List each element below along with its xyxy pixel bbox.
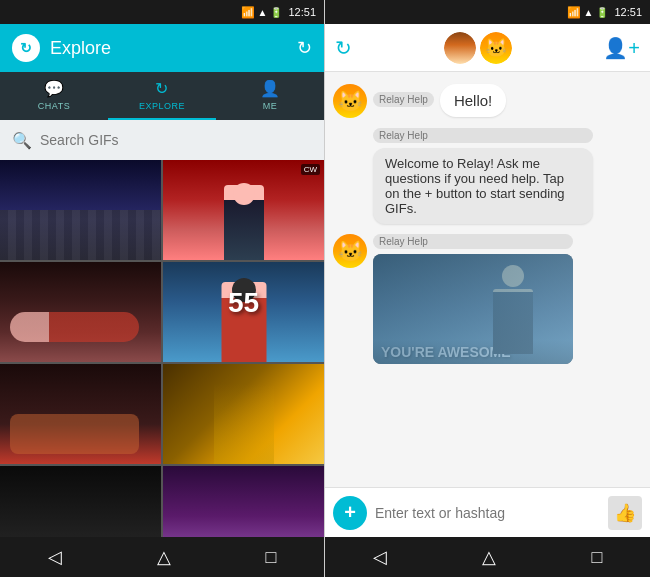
gif-cell-3[interactable] — [0, 262, 161, 362]
wifi-icon-right: ▲ — [584, 7, 594, 18]
avatar-cat: 🐱 — [480, 32, 512, 64]
thumbs-up-icon: 👍 — [614, 502, 636, 524]
gif-cell-1[interactable] — [0, 160, 161, 260]
tabs-bar: 💬 CHATS ↻ EXPLORE 👤 ME — [0, 72, 324, 120]
human-avatar-img — [444, 32, 476, 64]
chat-avatars: 🐱 — [360, 32, 595, 64]
gif-cell-2[interactable]: CW — [163, 160, 324, 260]
cat-avatar-img: 🐱 — [480, 32, 512, 64]
status-icons-right: 📶 ▲ 🔋 12:51 — [567, 6, 642, 19]
status-bar-right: 📶 ▲ 🔋 12:51 — [325, 0, 650, 24]
message-content-3: Relay Help YOU'RE AWESOME — [373, 234, 573, 364]
top-bar-left: ↻ Explore ↻ — [0, 24, 324, 72]
sender-tag-3: Relay Help — [373, 234, 573, 249]
me-label: ME — [263, 101, 278, 111]
gif-grid: CW 55 — [0, 160, 324, 537]
chat-messages: 🐱 Relay Help Hello! Relay Help Welcome t… — [325, 72, 650, 487]
chat-refresh-icon[interactable]: ↻ — [335, 36, 352, 60]
cw-badge: CW — [301, 164, 320, 175]
gif-cell-6[interactable] — [163, 364, 324, 464]
home-button-left[interactable]: △ — [157, 546, 171, 568]
battery-icon: 🔋 — [270, 7, 282, 18]
wifi-icon: ▲ — [258, 7, 268, 18]
gif-cell-4[interactable]: 55 — [163, 262, 324, 362]
plus-button[interactable]: + — [333, 496, 367, 530]
message-content-1: Relay Help Hello! — [373, 84, 506, 117]
bottom-nav-left: ◁ △ □ — [0, 537, 324, 577]
gif-cell-8[interactable] — [163, 466, 324, 537]
relay-avatar-3: 🐱 — [333, 234, 367, 268]
message-content-2: Relay Help Welcome to Relay! Ask me ques… — [373, 128, 593, 224]
time-display-left: 12:51 — [288, 6, 316, 18]
signal-icon: 📶 — [241, 6, 255, 19]
gif-message: YOU'RE AWESOME — [373, 254, 573, 364]
avatar-human — [444, 32, 476, 64]
add-user-icon[interactable]: 👤+ — [603, 36, 640, 60]
recent-button-left[interactable]: □ — [266, 547, 277, 568]
explore-icon: ↻ — [155, 79, 169, 98]
chat-input-bar: + 👍 — [325, 487, 650, 537]
search-input[interactable] — [40, 132, 312, 148]
recent-button-right[interactable]: □ — [591, 547, 602, 568]
message-row-2: Relay Help Welcome to Relay! Ask me ques… — [333, 128, 642, 224]
back-button-left[interactable]: ◁ — [48, 546, 62, 568]
status-bar-left: 📶 ▲ 🔋 12:51 — [0, 0, 324, 24]
gif-cell-5[interactable] — [0, 364, 161, 464]
time-display-right: 12:51 — [614, 6, 642, 18]
app-logo: ↻ — [12, 34, 40, 62]
sender-tag-1: Relay Help — [373, 92, 434, 107]
battery-icon-right: 🔋 — [596, 7, 608, 18]
gif-cell-7[interactable] — [0, 466, 161, 537]
hello-bubble: Hello! — [440, 84, 506, 117]
tab-explore[interactable]: ↻ EXPLORE — [108, 72, 216, 120]
chats-icon: 💬 — [44, 79, 65, 98]
back-button-right[interactable]: ◁ — [373, 546, 387, 568]
right-panel: 📶 ▲ 🔋 12:51 ↻ 🐱 👤+ 🐱 Relay Help Hell — [325, 0, 650, 577]
relay-avatar-1: 🐱 — [333, 84, 367, 118]
message-with-sender-1: Relay Help Hello! — [373, 84, 506, 117]
logo-icon: ↻ — [20, 40, 32, 56]
message-row-1: 🐱 Relay Help Hello! — [333, 84, 642, 118]
status-icons-left: 📶 ▲ 🔋 12:51 — [241, 6, 316, 19]
send-button[interactable]: 👍 — [608, 496, 642, 530]
chats-label: CHATS — [38, 101, 70, 111]
tab-me[interactable]: 👤 ME — [216, 72, 324, 120]
plus-icon: + — [344, 501, 356, 524]
message-row-3: 🐱 Relay Help YOU'RE AWESOME — [333, 234, 642, 364]
chat-top-bar: ↻ 🐱 👤+ — [325, 24, 650, 72]
refresh-icon[interactable]: ↻ — [297, 37, 312, 59]
page-title: Explore — [50, 38, 287, 59]
explore-label: EXPLORE — [139, 101, 185, 111]
bottom-nav-right: ◁ △ □ — [325, 537, 650, 577]
me-icon: 👤 — [260, 79, 281, 98]
left-panel: 📶 ▲ 🔋 12:51 ↻ Explore ↻ 💬 CHATS ↻ EXPLOR… — [0, 0, 325, 577]
search-icon: 🔍 — [12, 131, 32, 150]
signal-icon-right: 📶 — [567, 6, 581, 19]
number-55: 55 — [228, 287, 259, 319]
sender-tag-2: Relay Help — [373, 128, 593, 143]
home-button-right[interactable]: △ — [482, 546, 496, 568]
welcome-bubble: Welcome to Relay! Ask me questions if yo… — [373, 148, 593, 224]
search-bar: 🔍 — [0, 120, 324, 160]
tab-chats[interactable]: 💬 CHATS — [0, 72, 108, 120]
chat-text-input[interactable] — [375, 505, 600, 521]
